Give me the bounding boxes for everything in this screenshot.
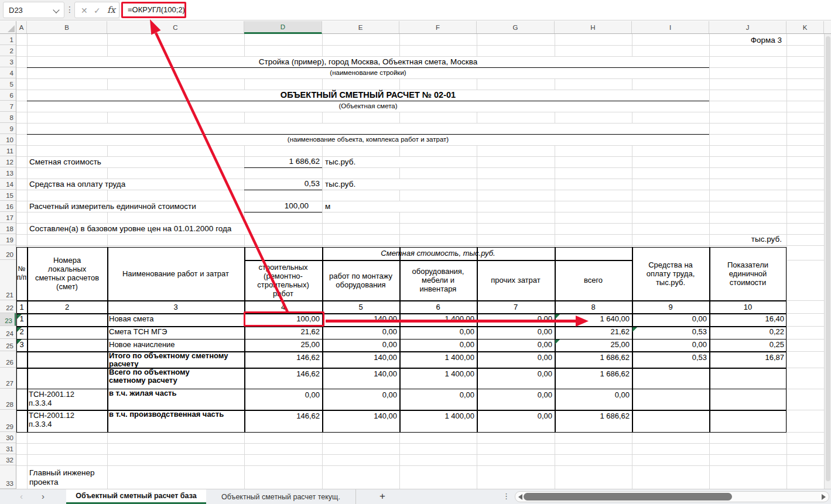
construction-line: Стройка (пример), город Москва, Объектна… — [27, 56, 709, 67]
error-marker-icon — [17, 327, 22, 332]
error-marker-icon — [17, 314, 22, 319]
cell-name: Всего по объектному сметному расчету — [107, 368, 244, 389]
tabs-scroll-left-icon[interactable]: ‹ — [20, 491, 23, 501]
cell-name: в т.ч. жилая часть — [107, 389, 244, 410]
sheet-tab-1[interactable]: Объектный сметный расчет текущ. — [206, 489, 356, 504]
cell-value: 0,00 — [399, 339, 477, 352]
tabs-scroll-right-icon[interactable]: › — [42, 491, 45, 501]
cell-unit: 16,40 — [709, 313, 786, 326]
th-cost-sub: строительных (ремонтно- строительных) ра… — [244, 260, 322, 300]
gridline-h — [16, 212, 824, 212]
cell-value: 0,00 — [477, 389, 555, 399]
cell-value: 140,00 — [322, 368, 399, 378]
error-marker-icon — [632, 327, 637, 332]
cell-value: 0,00 — [322, 326, 399, 339]
cell-value: 0,00 — [477, 351, 555, 362]
cell-value: 0,00 — [477, 313, 555, 326]
error-marker-icon — [17, 340, 22, 344]
object-note: (наименование объекта, комплекса работ и… — [27, 135, 709, 145]
value-underline — [244, 167, 322, 169]
th-cost-sub: прочих затрат — [477, 260, 555, 300]
cell-value: 25,00 — [244, 339, 322, 352]
gridline-h — [786, 368, 824, 368]
gridline-h — [16, 145, 824, 146]
cell-unit: 0,22 — [709, 326, 786, 339]
field-label: Расчетный измеритель единичной стоимости — [29, 201, 240, 212]
col-number: 6 — [399, 300, 477, 313]
cell-local: ТСН-2001.12 п.3.3.4 — [27, 411, 107, 432]
field-value: 1 686,62 — [244, 156, 322, 167]
construction-note: (наименование стройки) — [27, 68, 709, 78]
cell-value: 25,00 — [555, 339, 632, 352]
doc-subtitle: (Объектная смета) — [27, 101, 709, 111]
value-underline — [244, 212, 322, 213]
cell-value: 146,62 — [244, 368, 322, 378]
cell-value: 0,00 — [244, 389, 322, 399]
sheet-tab-0[interactable]: Объектный сметный расчет база — [66, 489, 206, 504]
excel-window: D23 ⋮ ✕ ✓ fx =ОКРУГЛ(100;2) ABCDEFGHIJK … — [0, 0, 831, 504]
cell-labor: 0,00 — [632, 313, 709, 326]
gridline-h — [786, 300, 824, 301]
currency-note: тыс.руб. — [709, 234, 784, 245]
cell-value: 140,00 — [322, 313, 399, 326]
gridline-h — [786, 339, 824, 340]
th-cost-sub: оборудования, мебели и инвентаря — [399, 260, 477, 300]
cell-name: Новая смета — [107, 313, 244, 326]
error-marker-icon — [555, 340, 560, 344]
gridline-h — [786, 410, 824, 410]
gridline-h — [786, 351, 824, 352]
field-unit: м — [325, 201, 442, 212]
cell-value: 1 686,62 — [555, 351, 632, 362]
field-value: 0,53 — [244, 179, 322, 189]
field-unit: тыс.руб. — [325, 156, 442, 167]
gridline-h — [16, 78, 824, 79]
gridline-h — [16, 245, 824, 246]
gridline-h — [16, 465, 824, 466]
vertical-scrollbar[interactable] — [824, 34, 831, 489]
cell-local: ТСН-2001.12 п.3.3.4 — [27, 390, 107, 410]
cell-name: в т.ч. производственная часть — [107, 410, 244, 432]
cell-value: 0,00 — [399, 326, 477, 339]
cell-value: 146,62 — [244, 351, 322, 362]
scroll-right-icon[interactable] — [822, 494, 826, 500]
th-name: Наименование работ и затрат — [107, 247, 244, 301]
col-number: 2 — [27, 300, 107, 313]
col-number: 5 — [322, 300, 399, 313]
cell-value: 0,00 — [477, 339, 555, 352]
gridline-h — [786, 326, 824, 327]
gridline-h — [16, 167, 824, 168]
cell-value: 0,00 — [555, 389, 632, 399]
tabbar-dots-icon[interactable]: ⋮ — [502, 492, 510, 500]
field-label: Сметная стоимость — [29, 156, 240, 167]
cell-value: 21,62 — [244, 326, 322, 339]
cell-labor: 0,53 — [632, 351, 709, 362]
cell-unit: 0,25 — [709, 339, 786, 352]
horizontal-scrollbar[interactable] — [515, 491, 829, 502]
cell-value: 1 400,00 — [399, 313, 477, 326]
cell-labor: 0,00 — [632, 339, 709, 352]
signature: Главный инженер проекта — [29, 468, 146, 488]
form-label: Форма 3 — [709, 35, 784, 45]
th-cost-sub: всего — [555, 260, 632, 300]
gridline-h — [16, 443, 824, 444]
vertical-scrollbar-thumb[interactable] — [826, 36, 830, 481]
col-number: 3 — [107, 300, 244, 313]
th-labor: Средства на оплату труда, тыс.руб. — [632, 247, 709, 301]
base-note: Составлен(а) в базовом уровне цен на 01.… — [29, 223, 381, 234]
cell-value: 1 686,62 — [555, 368, 632, 378]
add-sheet-button[interactable]: + — [379, 491, 385, 502]
gridline-v — [786, 34, 787, 489]
cell-name: Новое начисление — [107, 339, 244, 352]
gridline-h — [786, 432, 824, 433]
col-number: 7 — [477, 300, 555, 313]
scroll-left-icon[interactable] — [518, 494, 522, 500]
gridline-h — [16, 45, 824, 46]
field-unit: тыс.руб. — [325, 179, 442, 190]
cell-value: 146,62 — [244, 410, 322, 420]
cell-value: 0,00 — [322, 389, 399, 399]
cell-value: 1 400,00 — [399, 410, 477, 420]
cell-value: 0,00 — [477, 326, 555, 339]
horizontal-scrollbar-thumb[interactable] — [524, 493, 732, 500]
cell-value: 140,00 — [322, 351, 399, 362]
cell-value: 1 640,00 — [555, 313, 632, 326]
